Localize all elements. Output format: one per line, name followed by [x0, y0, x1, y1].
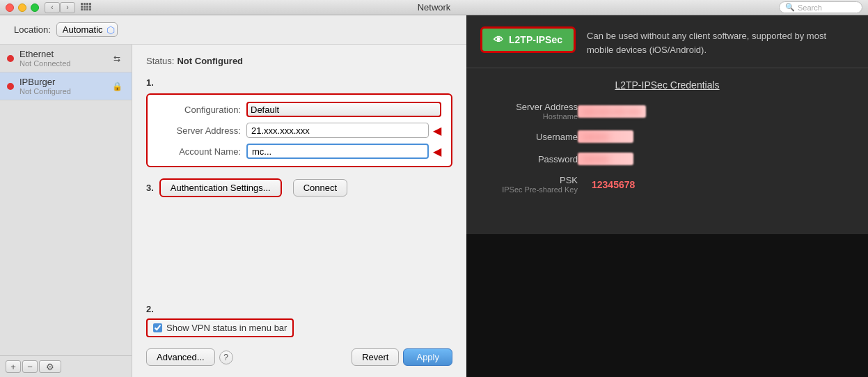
config-select-wrapper[interactable]: Default: [246, 102, 441, 117]
cred-server-label: Server Address Hostname: [480, 102, 578, 121]
cred-row-psk: PSK IPSec Pre-shared Key 12345678: [480, 175, 854, 194]
cred-row-username: Username xxxxxx: [480, 130, 854, 143]
window-title: Network: [418, 2, 451, 13]
sidebar-item-ipburger[interactable]: IPBurger Not Configured 🔒: [0, 72, 132, 100]
status-label: Status:: [146, 56, 174, 66]
bottom-buttons: Advanced... ? Revert Apply: [146, 343, 452, 366]
sidebar: Ethernet Not Connected ⇆ IPBurger Not Co…: [0, 45, 132, 377]
account-name-row: Account Name: ◀: [157, 144, 441, 159]
form-section: Configuration: Default Server Address: ◀: [146, 93, 452, 167]
cred-password-label: Password: [480, 154, 578, 164]
location-bar: Location: Automatic ⬡: [0, 15, 466, 45]
status-row: Status: Not Configured: [146, 56, 452, 66]
apply-button[interactable]: Apply: [403, 348, 452, 366]
search-icon: 🔍: [785, 3, 795, 12]
cred-row-server: Server Address Hostname xxx.xxx.xxx.xxx: [480, 102, 854, 121]
title-bar: ‹ › Network 🔍 Search: [0, 0, 868, 15]
location-label: Location:: [14, 24, 51, 35]
sidebar-footer: + − ⚙: [0, 355, 132, 377]
connect-button[interactable]: Connect: [293, 179, 347, 197]
step3-row: 3. Authentication Settings... Connect: [146, 178, 452, 197]
minimize-button[interactable]: [18, 3, 26, 12]
ipburger-status: Not Configured: [19, 87, 109, 95]
advanced-button[interactable]: Advanced...: [146, 348, 215, 366]
ethernet-name: Ethernet: [19, 49, 109, 59]
show-vpn-checkbox-row: Show VPN status in menu bar: [146, 318, 294, 337]
l2tp-label: L2TP-IPSec: [509, 34, 562, 45]
cred-password-value: xxxxxx: [578, 153, 633, 165]
credentials-section: L2TP-IPSec Credentials Server Address Ho…: [466, 68, 868, 234]
eye-icon: 👁: [494, 34, 503, 45]
search-placeholder: Search: [798, 3, 822, 12]
sidebar-item-ethernet[interactable]: Ethernet Not Connected ⇆: [0, 45, 132, 72]
credentials-title: L2TP-IPSec Credentials: [480, 79, 854, 91]
ethernet-status-dot: [7, 55, 14, 62]
search-bar[interactable]: 🔍 Search: [779, 1, 862, 13]
server-address-label: Server Address:: [157, 125, 241, 136]
cred-username-label: Username: [480, 132, 578, 142]
detail-panel: Status: Not Configured 1. Configuration:…: [132, 45, 466, 377]
show-vpn-checkbox[interactable]: [153, 323, 162, 332]
server-address-input[interactable]: [246, 123, 429, 138]
cred-psk-value: 12345678: [586, 178, 642, 191]
ethernet-status: Not Connected: [19, 59, 109, 68]
main-content: Location: Automatic ⬡ Ethernet No: [0, 15, 868, 377]
cred-server-value: xxx.xxx.xxx.xxx: [578, 105, 646, 118]
bottom-dark-area: [466, 234, 868, 378]
network-panel: Location: Automatic ⬡ Ethernet No: [0, 15, 466, 377]
step2-section: 2. Show VPN status in menu bar: [146, 304, 452, 337]
ipburger-name: IPBurger: [19, 77, 109, 87]
cred-username-value: xxxxxx: [578, 130, 633, 143]
forward-button[interactable]: ›: [60, 2, 75, 13]
remove-network-button[interactable]: −: [22, 360, 38, 373]
help-button[interactable]: ?: [219, 351, 233, 364]
server-address-row: Server Address: ◀: [157, 123, 441, 138]
arrows-icon: ⇆: [109, 51, 125, 66]
close-button[interactable]: [6, 3, 14, 12]
step2-label: 2.: [146, 304, 452, 314]
grid-icon: [81, 3, 93, 13]
config-select[interactable]: Default: [246, 102, 441, 117]
right-section: 👁 L2TP-IPSec Can be used without any cli…: [466, 15, 868, 377]
l2tp-button[interactable]: 👁 L2TP-IPSec: [480, 26, 576, 53]
account-name-input[interactable]: [246, 144, 429, 159]
config-label: Configuration:: [157, 105, 241, 115]
status-value: Not Configured: [177, 56, 243, 66]
revert-button[interactable]: Revert: [352, 348, 399, 366]
back-button[interactable]: ‹: [45, 2, 60, 13]
server-arrow-icon: ◀: [433, 124, 441, 137]
sidebar-list: Ethernet Not Connected ⇆ IPBurger Not Co…: [0, 45, 132, 355]
spacer: [146, 203, 452, 304]
ipburger-status-dot: [7, 83, 14, 90]
cred-row-password: Password xxxxxx: [480, 153, 854, 165]
ethernet-info: Ethernet Not Connected: [19, 49, 109, 68]
location-select[interactable]: Automatic: [56, 22, 118, 37]
lock-icon: 🔒: [109, 79, 125, 94]
vpn-description: Can be used without any client software,…: [587, 26, 854, 56]
location-select-wrapper[interactable]: Automatic ⬡: [56, 22, 118, 37]
add-network-button[interactable]: +: [6, 360, 21, 373]
account-arrow-icon: ◀: [433, 145, 441, 158]
account-name-label: Account Name:: [157, 146, 241, 157]
action-menu-button[interactable]: ⚙: [39, 360, 61, 373]
ipburger-info: IPBurger Not Configured: [19, 77, 109, 95]
fullscreen-button[interactable]: [31, 3, 39, 12]
vpn-top-area: 👁 L2TP-IPSec Can be used without any cli…: [466, 15, 868, 68]
cred-psk-label: PSK IPSec Pre-shared Key: [480, 175, 578, 194]
show-vpn-label: Show VPN status in menu bar: [166, 323, 287, 333]
traffic-lights: [6, 3, 39, 12]
step1-label: 1.: [146, 77, 452, 88]
auth-settings-button[interactable]: Authentication Settings...: [159, 178, 282, 197]
config-row: Configuration: Default: [157, 102, 441, 117]
step3-label: 3.: [146, 183, 154, 193]
panel-body: Ethernet Not Connected ⇆ IPBurger Not Co…: [0, 45, 466, 377]
